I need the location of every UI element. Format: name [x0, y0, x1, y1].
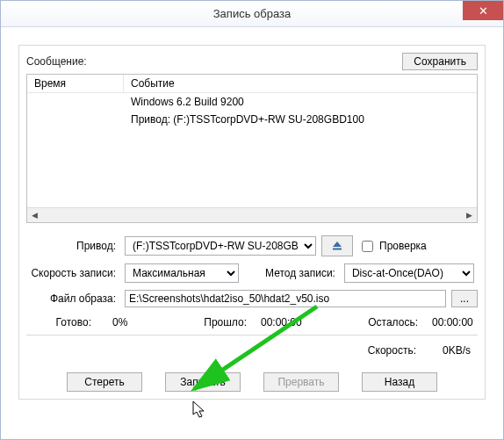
verify-checkbox[interactable]	[362, 241, 373, 252]
elapsed-value: 00:00:00	[252, 316, 313, 328]
file-label: Файл образа:	[26, 292, 119, 305]
speed-value: 0KB/s	[443, 344, 471, 357]
back-button[interactable]: Назад	[362, 372, 437, 392]
drive-select[interactable]: (F:)TSSTcorpDVD+-RW SU-208GBD100	[125, 236, 316, 256]
method-label: Метод записи:	[244, 267, 339, 279]
window-title: Запись образа	[213, 7, 291, 20]
verify-checkbox-wrap[interactable]: Проверка	[358, 238, 427, 255]
ready-label: Готово:	[26, 316, 97, 328]
burn-button[interactable]: Записать	[165, 372, 241, 392]
verify-label: Проверка	[379, 240, 427, 252]
table-row[interactable]: Привод: (F:)TSSTcorpDVD+-RW SU-208GBD100	[27, 111, 477, 128]
percent-value: 0%	[97, 316, 149, 328]
close-icon: ✕	[479, 4, 488, 18]
titlebar[interactable]: Запись образа ✕	[1, 1, 503, 27]
erase-button[interactable]: Стереть	[67, 372, 142, 392]
burn-image-dialog: Запись образа ✕ Сообщение: Сохранить Вре…	[0, 0, 504, 440]
button-row: Стереть Записать Прервать Назад	[26, 372, 478, 392]
save-button[interactable]: Сохранить	[402, 53, 478, 70]
browse-button[interactable]: ...	[451, 290, 478, 307]
progress-row: Готово: 0% Прошло: 00:00:00 Осталось: 00…	[26, 316, 478, 328]
close-button[interactable]: ✕	[463, 1, 503, 20]
elapsed-label: Прошло:	[198, 316, 252, 328]
speed-select[interactable]: Максимальная	[125, 263, 239, 283]
horizontal-scrollbar[interactable]: ◀ ▶	[27, 207, 477, 222]
eject-icon	[330, 239, 344, 253]
table-header: Время Событие	[27, 75, 477, 93]
drive-label: Привод:	[26, 240, 119, 252]
message-label: Сообщение:	[26, 55, 87, 68]
svg-rect-0	[333, 249, 342, 250]
speed-label: Скорость:	[368, 344, 416, 357]
message-table[interactable]: Время Событие Windows 6.2 Build 9200 При…	[26, 74, 478, 223]
table-row[interactable]: Windows 6.2 Build 9200	[27, 93, 477, 111]
speed-label: Скорость записи:	[26, 267, 119, 279]
file-path-input[interactable]	[125, 290, 446, 307]
remaining-label: Осталось:	[363, 316, 423, 328]
col-time-header[interactable]: Время	[27, 75, 124, 92]
method-select[interactable]: Disc-at-Once(DAO)	[344, 263, 474, 283]
remaining-value: 00:00:00	[423, 316, 478, 328]
eject-button[interactable]	[321, 235, 353, 256]
col-event-header[interactable]: Событие	[124, 75, 477, 92]
progress-bar-track	[26, 330, 478, 335]
abort-button[interactable]: Прервать	[263, 372, 339, 392]
scroll-right-icon[interactable]: ▶	[462, 208, 477, 223]
main-panel: Сообщение: Сохранить Время Событие Windo…	[18, 45, 486, 400]
scroll-left-icon[interactable]: ◀	[27, 208, 42, 223]
